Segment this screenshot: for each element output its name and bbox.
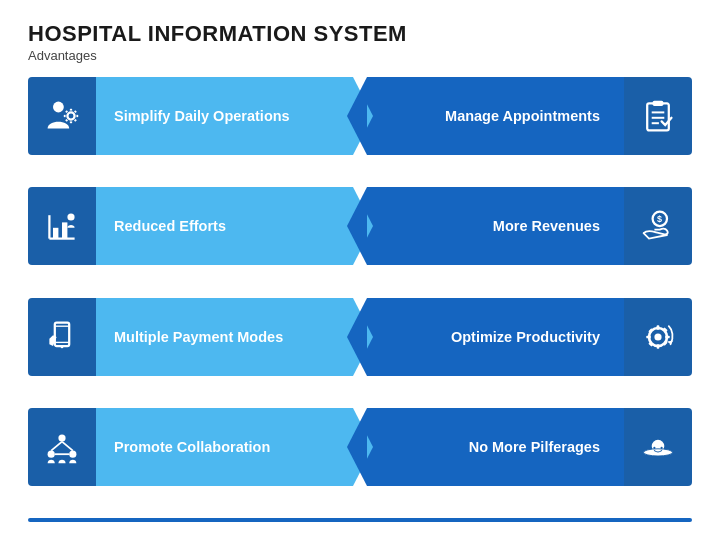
productivity-text-band: Optimize Productivity: [367, 298, 624, 376]
pilferages-label: No More Pilferages: [469, 439, 600, 455]
productivity-label: Optimize Productivity: [451, 329, 600, 345]
revenues-label: More Revenues: [493, 218, 600, 234]
pilferages-icon-box: [624, 408, 692, 486]
svg-line-9: [66, 120, 67, 121]
card-collaboration: Promote Collaboration: [28, 408, 353, 486]
svg-point-39: [69, 450, 76, 457]
card-manage: Manage Appointments: [367, 77, 692, 155]
svg-point-19: [67, 214, 74, 221]
manage-text-band: Manage Appointments: [367, 77, 624, 155]
person-gear-icon: [44, 98, 80, 134]
svg-point-37: [58, 434, 65, 441]
revenues-text-band: More Revenues: [367, 187, 624, 265]
card-pilferages: No More Pilferages: [367, 408, 692, 486]
svg-point-1: [67, 113, 74, 120]
svg-point-0: [53, 102, 64, 113]
card-reduced: Reduced Efforts: [28, 187, 353, 265]
svg-line-40: [51, 441, 62, 450]
collaboration-text-band: Promote Collaboration: [96, 408, 353, 486]
bottom-accent-line: [28, 518, 692, 522]
simplify-text-band: Simplify Daily Operations: [96, 77, 353, 155]
svg-rect-28: [657, 325, 660, 330]
page-subtitle: Advantages: [28, 48, 692, 63]
pilferages-text-band: No More Pilferages: [367, 408, 624, 486]
simplify-icon-box: [28, 77, 96, 155]
svg-line-7: [75, 120, 76, 121]
clipboard-icon: [640, 98, 676, 134]
svg-text:$: $: [657, 215, 662, 225]
collaboration-icon-box: [28, 408, 96, 486]
collaboration-label: Promote Collaboration: [114, 439, 270, 455]
reduced-label: Reduced Efforts: [114, 218, 226, 234]
manage-icon-box: [624, 77, 692, 155]
productivity-icon-box: [624, 298, 692, 376]
svg-rect-17: [53, 228, 58, 239]
reduced-text-band: Reduced Efforts: [96, 187, 353, 265]
simplify-label: Simplify Daily Operations: [114, 108, 290, 124]
svg-rect-31: [665, 335, 670, 338]
svg-line-8: [75, 111, 76, 112]
svg-point-27: [654, 333, 661, 340]
svg-point-38: [48, 450, 55, 457]
hat-spy-icon: [640, 429, 676, 465]
chart-person-icon: [44, 208, 80, 244]
svg-line-6: [66, 111, 67, 112]
reduced-icon-box: [28, 187, 96, 265]
page-title: HOSPITAL INFORMATION SYSTEM: [28, 22, 692, 46]
svg-line-41: [62, 441, 73, 450]
svg-rect-18: [62, 223, 67, 239]
people-network-icon: [44, 429, 80, 465]
payment-label: Multiple Payment Modes: [114, 329, 283, 345]
advantages-grid: Simplify Daily Operations Manage Appoint…: [28, 77, 692, 508]
card-payment: Multiple Payment Modes: [28, 298, 353, 376]
svg-point-25: [61, 345, 64, 348]
payment-text-band: Multiple Payment Modes: [96, 298, 353, 376]
hand-coin-icon: $: [640, 208, 676, 244]
card-productivity: Optimize Productivity: [367, 298, 692, 376]
revenues-icon-box: $: [624, 187, 692, 265]
svg-rect-30: [646, 335, 651, 338]
phone-hand-icon: [44, 319, 80, 355]
svg-rect-29: [657, 344, 660, 349]
svg-rect-11: [653, 101, 664, 106]
card-simplify: Simplify Daily Operations: [28, 77, 353, 155]
payment-icon-box: [28, 298, 96, 376]
manage-label: Manage Appointments: [445, 108, 600, 124]
gear-cycle-icon: [640, 319, 676, 355]
page: HOSPITAL INFORMATION SYSTEM Advantages: [0, 0, 720, 540]
svg-rect-44: [652, 440, 665, 453]
svg-point-47: [661, 447, 663, 449]
card-revenues: $ More Revenues: [367, 187, 692, 265]
svg-point-46: [653, 447, 655, 449]
